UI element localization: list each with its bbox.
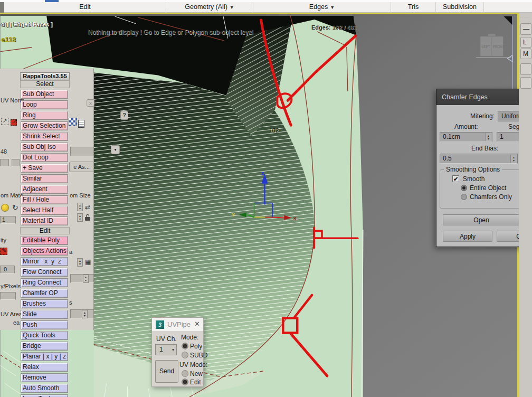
rappatools-button-fill-hole[interactable]: Fill / Hole <box>21 195 68 204</box>
rappatools-button-dot-loop[interactable]: Dot Loop <box>21 153 68 162</box>
right-command-panel: ∙∙∙∙∙∙ — L M <box>519 13 532 397</box>
ring-connect-spinner[interactable]: ▴▾ <box>83 275 89 283</box>
custom-size-label: om Size <box>70 192 91 199</box>
panel-drag-handle[interactable]: ∙∙∙∙∙∙ <box>520 15 530 18</box>
uv-mode-new-radio[interactable] <box>182 370 188 377</box>
tab-tris-label: Tris <box>408 3 419 11</box>
minimize-button[interactable]: — <box>520 23 531 35</box>
slide-spinner[interactable]: ▴▾ <box>82 310 88 318</box>
field-fragment[interactable] <box>70 274 94 283</box>
mode-subd-radio[interactable] <box>182 352 188 358</box>
rappatools-button-slide[interactable]: Slide <box>21 310 68 319</box>
opacity-label: ity <box>1 237 6 243</box>
rappatools-button-sub-object[interactable]: Sub Object <box>21 90 68 99</box>
save-as-button[interactable]: e As... <box>69 162 94 172</box>
dropdown-arrow-button[interactable]: ▾ <box>111 145 120 154</box>
size-spinner[interactable]: ▴▾ <box>77 213 83 222</box>
tab-edit[interactable]: Edit <box>4 2 166 13</box>
tab-subdivision[interactable]: Subdivision <box>436 2 484 13</box>
rappatools-button-chamfer-op[interactable]: Chamfer OP <box>21 289 68 298</box>
uv-ch-label: UV Ch. <box>156 335 177 343</box>
value-field[interactable]: .0 <box>0 266 15 273</box>
rappatools-button-push[interactable]: Push <box>21 320 68 329</box>
chamfers-only-radio[interactable] <box>461 194 467 200</box>
refresh-icon[interactable]: ↻ <box>12 204 18 211</box>
end-bias-field[interactable]: 0.5▴▾ <box>440 154 518 164</box>
entire-object-radio[interactable] <box>461 185 467 191</box>
button-m[interactable]: M <box>520 49 531 59</box>
link-axes-icon[interactable]: ⇄ <box>85 204 90 210</box>
rappatools-button-editable-poly[interactable]: Editable Poly <box>21 236 68 245</box>
rappatools-button-auto-smooth[interactable]: Auto Smooth <box>21 384 68 393</box>
smoothing-options-label: Smoothing Options <box>444 166 502 173</box>
chamfers-only-label: Chamfers Only <box>470 193 512 201</box>
rappatools-button-loop-tools[interactable]: Loop Tools <box>21 394 68 397</box>
rappatools-button-ring[interactable]: Ring <box>21 111 68 120</box>
field-fragment[interactable] <box>0 159 9 166</box>
tab-tris[interactable]: Tris <box>391 2 436 13</box>
rappatools-button-bridge[interactable]: Bridge <box>21 342 68 351</box>
rappatools-button-grow-selection[interactable]: Grow Selection <box>21 121 68 130</box>
open-button[interactable]: Open <box>443 214 520 225</box>
rappatools-button-quick-tools[interactable]: Quick Tools <box>21 331 68 340</box>
rappatools-button-relax[interactable]: Relax <box>21 363 68 372</box>
help-button[interactable]: ? <box>120 111 128 120</box>
button-blank-2[interactable] <box>520 77 531 89</box>
notes-page-icon[interactable] <box>78 120 84 128</box>
apply-button[interactable]: Apply <box>443 231 492 242</box>
tab-subdivision-label: Subdivision <box>443 3 477 11</box>
close-icon[interactable]: ✕ <box>194 320 200 328</box>
rappatools-title-bar[interactable]: RappaTools3.55 <box>20 72 70 80</box>
end-bias-spinner[interactable]: ▴▾ <box>510 155 517 163</box>
viewport-shading-label: d ] [ Edged Faces ] <box>1 21 53 27</box>
uv-channel-dropdown[interactable]: 1▾ <box>155 344 177 355</box>
rappatools-button-save[interactable]: + Save <box>21 164 68 173</box>
rappatools-button-remove[interactable]: Remove <box>21 373 68 382</box>
uv-mode-edit-radio[interactable] <box>182 379 188 385</box>
mitering-label: Mitering: <box>470 112 495 120</box>
rappatools-button-sub-obj-iso[interactable]: Sub Obj Iso <box>21 143 68 152</box>
lightbulb-icon[interactable] <box>1 204 9 212</box>
calculator-icon[interactable]: ▦ <box>85 259 91 265</box>
rappatools-button-loop[interactable]: Loop <box>21 100 68 109</box>
rappatools-button-planar[interactable]: Planar | x | y | z <box>21 352 68 361</box>
field-fragment[interactable] <box>0 292 16 300</box>
close-icon[interactable]: x <box>87 99 94 107</box>
amount-field[interactable]: 0.1cm▴▾ <box>440 132 492 142</box>
rappatools-button-objects-actions[interactable]: Objects Actions <box>21 247 68 256</box>
transform-icon[interactable]: ↗ <box>1 118 8 125</box>
button-blank-1[interactable] <box>520 63 531 75</box>
chamfer-dialog-title[interactable]: Chamfer Edges <box>436 89 532 105</box>
tab-edges[interactable]: Edges▼ <box>253 2 391 13</box>
rappatools-button-select-half[interactable]: Select Half <box>21 206 68 215</box>
rappatools-button-ring-connect[interactable]: Ring Connect <box>21 278 68 287</box>
amount-value: 0.1cm <box>443 133 460 140</box>
uv-channel-value: 1 <box>159 346 163 353</box>
uv-channel-field[interactable]: 1 <box>0 216 16 224</box>
rappatools-button-adjacent[interactable]: Adjacent <box>21 185 68 194</box>
mode-poly-radio[interactable] <box>182 343 188 349</box>
size-spinner[interactable]: ▴▾ <box>77 203 83 211</box>
mirror-spinner[interactable]: ▴▾ <box>77 258 83 267</box>
uvpipe-title-bar[interactable]: 3 UVPipe ✕ <box>152 318 203 332</box>
rappatools-button-brushes[interactable]: Brushes <box>21 299 68 308</box>
rappatools-button-mirror[interactable]: Mirror x y z <box>21 257 68 266</box>
button-l[interactable]: L <box>520 37 531 48</box>
edge-number-label: 102 <box>269 127 279 134</box>
edit-color-icon[interactable]: ✎ <box>0 248 7 255</box>
field-fragment[interactable] <box>12 159 20 166</box>
rappatools-button-shrink-select[interactable]: Shrink Select <box>21 132 68 141</box>
scale-red-icon[interactable]: ↗ <box>11 119 17 126</box>
tab-geometry-all[interactable]: Geometry (All)▼ <box>166 2 253 13</box>
gizmo-x-label: X <box>293 215 297 221</box>
smooth-checkbox[interactable]: ✔ <box>452 175 459 182</box>
uv-area-label: UV Area <box>1 311 22 317</box>
rappatools-button-similar[interactable]: Similar <box>21 174 68 183</box>
dropdown-fragment[interactable] <box>70 147 94 156</box>
rappatools-button-material-id[interactable]: Material ID <box>21 216 68 225</box>
max-logo-icon: 3 <box>156 320 164 329</box>
rappatools-button-flow-connect[interactable]: Flow Connect <box>21 268 68 277</box>
amount-spinner[interactable]: ▴▾ <box>485 133 491 141</box>
lock-icon[interactable] <box>85 214 91 221</box>
send-button[interactable]: Send <box>155 360 178 383</box>
